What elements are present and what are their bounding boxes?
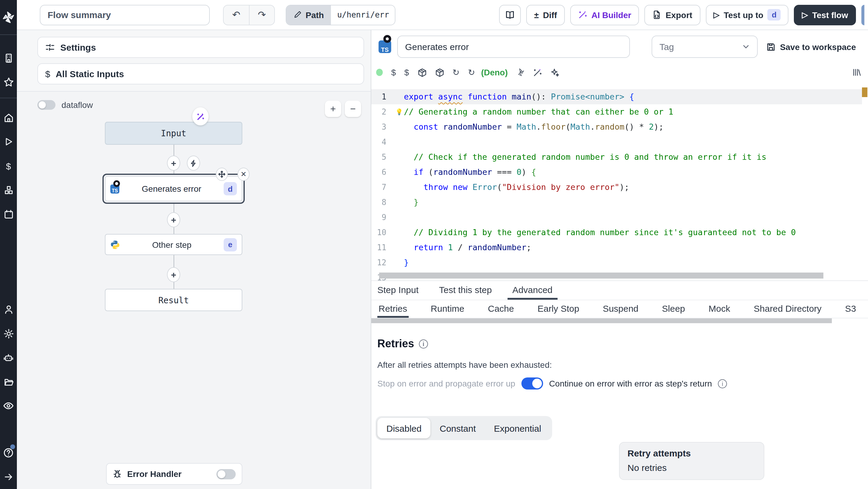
sidebar-resources-icon[interactable]: [0, 178, 17, 202]
subtab-shared-directory[interactable]: Shared Directory: [752, 300, 823, 318]
ai-gen-wand-icon[interactable]: [533, 68, 542, 77]
error-handler-label: Error Handler: [127, 469, 182, 479]
ai-flow-wand-button[interactable]: [192, 107, 209, 125]
flow-panel: Settings $ All Static Inputs dataflow + …: [17, 30, 371, 489]
sparkles-icon[interactable]: [551, 68, 560, 77]
sidebar-favorites-icon[interactable]: [0, 70, 17, 94]
trigger-button[interactable]: [187, 156, 200, 171]
sidebar-user-icon[interactable]: [0, 297, 17, 322]
book-open-icon: [505, 10, 515, 20]
continue-on-error-toggle[interactable]: [521, 377, 543, 390]
add-step-button[interactable]: [167, 156, 180, 171]
reset-icon[interactable]: ↻: [453, 67, 459, 77]
dataflow-toggle[interactable]: [37, 100, 56, 110]
sidebar-schedules-icon[interactable]: [0, 202, 17, 226]
subtab-runtime[interactable]: Runtime: [430, 300, 466, 318]
retries-exhausted-text: After all retries attempts have been exh…: [377, 360, 868, 370]
tag-select[interactable]: Tag: [652, 36, 758, 58]
tab-step-input[interactable]: Step Input: [373, 281, 424, 300]
editor-hscrollbar[interactable]: [379, 273, 824, 279]
sidebar-variables-icon[interactable]: $: [0, 154, 17, 178]
docs-button[interactable]: [499, 4, 521, 25]
subtabs-hscrollbar[interactable]: [371, 318, 832, 323]
add-step-button[interactable]: [167, 212, 180, 227]
close-icon: ✕: [241, 170, 247, 179]
move-step-handle[interactable]: [216, 167, 228, 181]
path-value[interactable]: u/henri/err: [331, 5, 395, 24]
retry-mode-exponential[interactable]: Exponential: [485, 418, 550, 438]
info-icon[interactable]: [718, 379, 727, 388]
tab-test-this-step[interactable]: Test this step: [434, 281, 497, 300]
node-input[interactable]: Input: [105, 122, 242, 145]
subtab-suspend[interactable]: Suspend: [601, 300, 640, 318]
test-up-to-button[interactable]: ▷ Test up to d: [706, 4, 789, 25]
resource-picker-icon[interactable]: $: [404, 67, 409, 77]
plus-minus-icon: ±: [534, 10, 538, 20]
all-static-inputs-button[interactable]: $ All Static Inputs: [37, 63, 364, 84]
code-editor[interactable]: 1export async function main(): Promise<n…: [371, 82, 868, 280]
reload-runtime-icon[interactable]: ↻: [468, 67, 475, 77]
deploy-button-edge[interactable]: [861, 4, 864, 25]
edit-path-button[interactable]: Path: [286, 5, 331, 24]
variable-picker-icon[interactable]: $: [391, 67, 396, 77]
subtab-s3[interactable]: S3: [844, 300, 858, 318]
sidebar-workers-icon[interactable]: [0, 345, 17, 370]
delete-step-button[interactable]: ✕: [238, 167, 250, 181]
zoom-out-button[interactable]: −: [345, 101, 361, 117]
subtab-sleep[interactable]: Sleep: [661, 300, 686, 318]
package-icon[interactable]: [435, 68, 444, 77]
package-icon[interactable]: [417, 68, 427, 77]
play-icon: ▷: [802, 11, 808, 19]
save-to-workspace-button[interactable]: Save to workspace: [764, 42, 862, 52]
sidebar-runs-icon[interactable]: [0, 130, 17, 154]
code-line-6: 6 if (randomNumber === 0) {: [371, 164, 862, 180]
error-handler-toggle[interactable]: [216, 469, 236, 479]
sidebar-help-icon[interactable]: [0, 441, 17, 465]
continue-on-error-label: Continue on error with error as step's r…: [549, 379, 712, 388]
node-result[interactable]: Result: [105, 289, 242, 311]
info-icon[interactable]: [419, 339, 428, 348]
subtab-early-stop[interactable]: Early Stop: [536, 300, 580, 318]
retry-mode-disabled[interactable]: Disabled: [377, 418, 431, 438]
retries-content: Retries After all retries attempts have …: [371, 323, 868, 489]
sidebar-settings-icon[interactable]: [0, 322, 17, 345]
error-handler-row[interactable]: Error Handler: [106, 463, 242, 485]
flow-summary-input[interactable]: [40, 4, 210, 25]
retry-attempts-value: No retries: [627, 462, 756, 473]
export-button[interactable]: Export: [644, 4, 700, 25]
sidebar-expand-icon[interactable]: [0, 465, 17, 489]
diff-button[interactable]: ± Diff: [526, 4, 565, 25]
subtab-cache[interactable]: Cache: [487, 300, 516, 318]
sidebar-folders-icon[interactable]: [0, 370, 17, 394]
subtab-mock[interactable]: Mock: [707, 300, 732, 318]
left-sidebar: $: [0, 0, 17, 489]
add-step-button[interactable]: [167, 267, 180, 282]
windmill-assistant-icon[interactable]: [516, 68, 525, 77]
windmill-flow-editor: $ ↶: [0, 0, 868, 489]
retry-mode-constant[interactable]: Constant: [431, 418, 485, 438]
move-icon: [218, 171, 225, 178]
undo-button[interactable]: ↶: [224, 5, 249, 24]
sidebar-audit-icon[interactable]: [0, 394, 17, 418]
tab-advanced[interactable]: Advanced: [507, 281, 557, 300]
redo-button[interactable]: ↷: [249, 5, 274, 24]
sidebar-home-icon[interactable]: [0, 105, 17, 130]
library-icon[interactable]: [852, 68, 861, 77]
code-line-2: 2💡// Generating a random number that can…: [371, 104, 862, 119]
step-name-input[interactable]: [397, 36, 630, 58]
runtime-note: (Deno): [481, 67, 508, 77]
ai-builder-button[interactable]: AI Builder: [570, 4, 639, 25]
flow-settings-button[interactable]: Settings: [37, 37, 364, 58]
subtab-retries[interactable]: Retries: [377, 300, 408, 318]
windmill-logo-icon[interactable]: [0, 5, 17, 30]
path-group: Path u/henri/err: [286, 4, 396, 25]
file-json-icon: [652, 10, 661, 19]
flow-canvas[interactable]: dataflow + − Input TS: [17, 92, 371, 489]
notification-dot: [10, 445, 15, 449]
test-up-to-step-badge: d: [768, 9, 781, 21]
zoom-in-button[interactable]: +: [325, 101, 341, 117]
node-step2[interactable]: Other step e: [105, 234, 242, 255]
test-flow-button[interactable]: ▷ Test flow: [794, 4, 856, 25]
sidebar-workspace-icon[interactable]: [0, 46, 17, 70]
stop-on-error-label: Stop on error and propagate error up: [377, 379, 516, 388]
